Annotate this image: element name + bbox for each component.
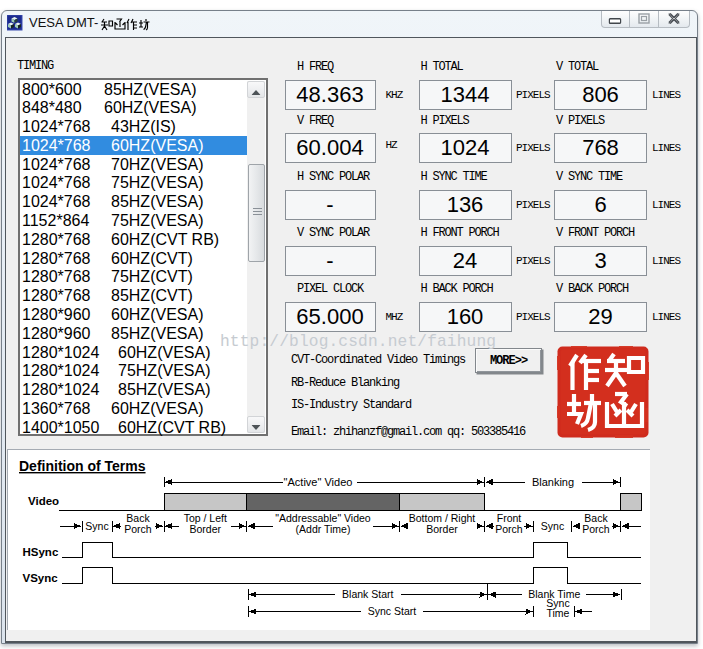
svg-text:Porch: Porch <box>495 523 523 535</box>
svg-text:Sync: Sync <box>541 520 564 532</box>
svg-text:VSync: VSync <box>23 572 59 584</box>
svg-text:(Addr Time): (Addr Time) <box>296 523 351 535</box>
svg-text:Blank Start: Blank Start <box>342 588 393 600</box>
svg-text:Video: Video <box>28 495 59 507</box>
svg-text:Blanking: Blanking <box>532 476 574 488</box>
svg-text:HSync: HSync <box>23 546 59 558</box>
svg-text:Definition of Terms: Definition of Terms <box>19 458 146 474</box>
svg-text:Border: Border <box>189 523 221 535</box>
svg-text:Sync Start: Sync Start <box>368 605 417 617</box>
svg-text:"Active" Video: "Active" Video <box>284 476 353 488</box>
svg-text:Porch: Porch <box>124 523 152 535</box>
svg-text:Border: Border <box>426 523 458 535</box>
svg-text:Porch: Porch <box>582 523 610 535</box>
svg-text:Time: Time <box>547 607 570 619</box>
svg-text:Sync: Sync <box>85 520 108 532</box>
